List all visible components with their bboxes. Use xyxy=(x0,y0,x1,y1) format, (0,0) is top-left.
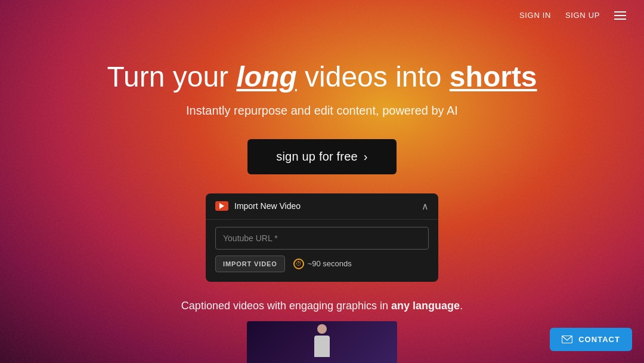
cta-arrow: › xyxy=(364,150,368,164)
caption-bold: any language xyxy=(391,300,460,312)
menu-icon[interactable] xyxy=(614,11,626,20)
hero-subheadline: Instantly repurpose and edit content, po… xyxy=(186,104,458,118)
nav-sign-up[interactable]: SIGN UP xyxy=(565,11,600,20)
import-card-label: Import New Video xyxy=(234,201,301,211)
video-camera-icon xyxy=(215,201,228,211)
contact-button[interactable]: CONTACT xyxy=(550,328,632,351)
import-card-title: Import New Video xyxy=(215,201,301,211)
headline-middle: videos into xyxy=(297,61,450,93)
import-card-body: IMPORT VIDEO ⏱ ~90 seconds xyxy=(206,220,438,282)
caption-suffix: . xyxy=(460,300,463,312)
import-footer: IMPORT VIDEO ⏱ ~90 seconds xyxy=(215,256,429,272)
import-card-header: Import New Video ∧ xyxy=(206,193,438,220)
contact-label: CONTACT xyxy=(578,335,620,344)
cta-label: sign up for free xyxy=(276,150,358,164)
headline-shorts: shorts xyxy=(450,61,537,93)
nav-sign-in[interactable]: SIGN IN xyxy=(519,11,551,20)
hero-headline: Turn your long videos into shorts xyxy=(107,60,537,94)
cta-button[interactable]: sign up for free › xyxy=(247,139,396,174)
headline-long: long xyxy=(236,61,296,93)
mail-icon xyxy=(562,336,572,343)
collapse-icon[interactable]: ∧ xyxy=(422,201,429,212)
caption-prefix: Captioned videos with engaging graphics … xyxy=(181,300,391,312)
import-video-button[interactable]: IMPORT VIDEO xyxy=(215,256,285,272)
headline-prefix: Turn your xyxy=(107,61,236,93)
caption-line: Captioned videos with engaging graphics … xyxy=(181,300,463,312)
main-content: Turn your long videos into shorts Instan… xyxy=(0,0,644,363)
import-card: Import New Video ∧ IMPORT VIDEO ⏱ ~90 se… xyxy=(206,193,438,282)
navbar: SIGN IN SIGN UP xyxy=(0,0,644,30)
clock-icon: ⏱ xyxy=(293,259,304,269)
time-label: ~90 seconds xyxy=(308,259,352,268)
time-badge: ⏱ ~90 seconds xyxy=(293,259,352,269)
youtube-url-input[interactable] xyxy=(215,227,429,250)
